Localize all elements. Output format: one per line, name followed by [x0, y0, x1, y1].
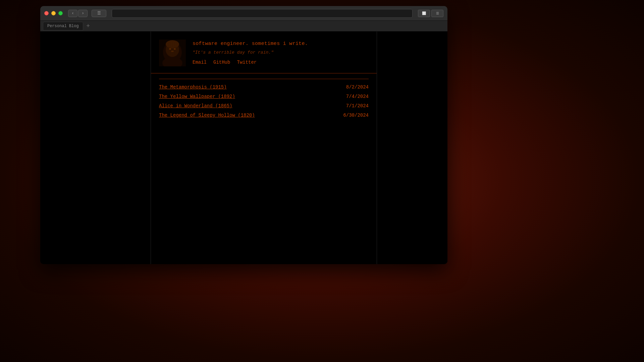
forward-icon: ›: [82, 11, 84, 16]
post-item-0: The Metamorphosis (1915) 8/2/2024: [159, 84, 369, 90]
nav-buttons: ‹ ›: [68, 10, 88, 17]
post-date-2: 7/1/2024: [346, 103, 369, 109]
new-tab-button[interactable]: +: [85, 22, 92, 30]
sidebar-toggle[interactable]: ☰: [92, 10, 106, 17]
social-links: Email GitHub Twitter: [193, 60, 369, 65]
back-icon: ‹: [71, 11, 74, 16]
post-item-3: The Legend of Sleepy Hollow (1820) 6/30/…: [159, 113, 369, 118]
avatar-image: [159, 40, 186, 66]
twitter-link[interactable]: Twitter: [237, 60, 257, 65]
post-link-3[interactable]: The Legend of Sleepy Hollow (1820): [159, 113, 255, 118]
posts-list: The Metamorphosis (1915) 8/2/2024 The Ye…: [151, 73, 377, 127]
window-controls: ⬜ ☰: [418, 10, 443, 17]
divider: [159, 79, 369, 79]
titlebar: ‹ › ☰ ⬜ ☰: [40, 6, 447, 21]
back-button[interactable]: ‹: [68, 10, 77, 17]
browser-window: ‹ › ☰ ⬜ ☰ Personal Blog +: [40, 6, 447, 264]
github-link[interactable]: GitHub: [213, 60, 230, 65]
close-button[interactable]: [44, 11, 49, 15]
maximize-button[interactable]: [58, 11, 63, 15]
left-sidebar: [40, 32, 151, 264]
post-link-0[interactable]: The Metamorphosis (1915): [159, 84, 227, 90]
share-button[interactable]: ⬜: [418, 10, 430, 17]
main-panel: software engineer. sometimes i write. "I…: [151, 32, 377, 264]
post-item-2: Alice in Wonderland (1865) 7/1/2024: [159, 103, 369, 109]
traffic-lights: [44, 11, 63, 15]
post-link-1[interactable]: The Yellow Wallpaper (1892): [159, 94, 235, 99]
post-date-1: 7/4/2024: [346, 94, 369, 99]
minimize-button[interactable]: [51, 11, 56, 15]
email-link[interactable]: Email: [193, 60, 207, 65]
sidebar-icon: ☰: [97, 11, 101, 16]
profile-header: software engineer. sometimes i write. "I…: [151, 32, 377, 73]
tab-label: Personal Blog: [47, 24, 79, 28]
tagline: software engineer. sometimes i write.: [193, 41, 369, 47]
active-tab[interactable]: Personal Blog: [43, 22, 83, 31]
post-item-1: The Yellow Wallpaper (1892) 7/4/2024: [159, 94, 369, 99]
profile-info: software engineer. sometimes i write. "I…: [193, 40, 369, 65]
right-sidebar: [377, 32, 447, 264]
url-bar[interactable]: [112, 9, 413, 18]
forward-button[interactable]: ›: [78, 10, 88, 17]
menu-button[interactable]: ☰: [431, 10, 443, 17]
avatar: [159, 40, 186, 66]
post-date-0: 8/2/2024: [346, 84, 369, 90]
post-date-3: 6/30/2024: [343, 113, 369, 118]
content-area: software engineer. sometimes i write. "I…: [40, 32, 447, 264]
quote: "It's a terrible day for rain.": [193, 50, 369, 55]
tab-bar: Personal Blog +: [40, 21, 447, 32]
post-link-2[interactable]: Alice in Wonderland (1865): [159, 103, 232, 109]
